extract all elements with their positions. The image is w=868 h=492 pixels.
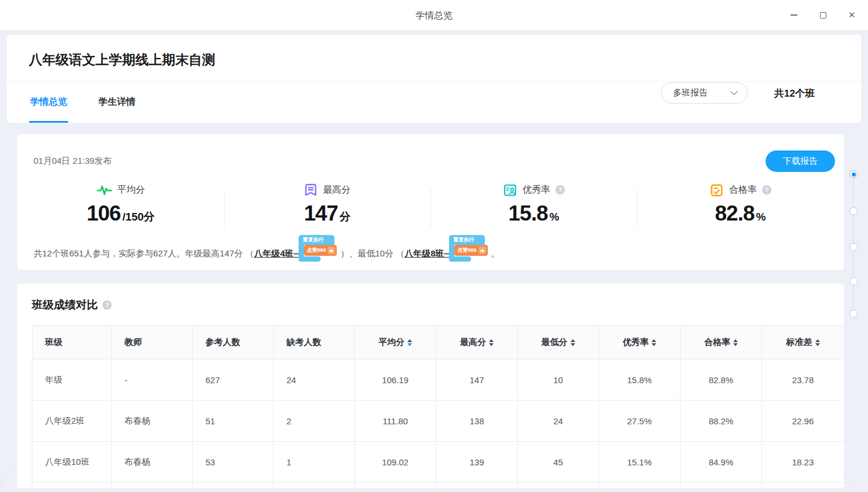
stats-row: 平均分 106 /150分 最高分 147 分 bbox=[17, 182, 844, 226]
cell: 45 bbox=[518, 442, 599, 483]
stat-suffix: 分 bbox=[340, 210, 351, 225]
table-row: 八年级2班布春杨512111.801382427.5%88.2%22.96 bbox=[32, 401, 844, 442]
like-pill: 点赞666 bbox=[304, 245, 337, 256]
col-header-5[interactable]: 平均分 bbox=[355, 326, 436, 359]
cell: 111.80 bbox=[355, 401, 436, 442]
right-stepper bbox=[849, 170, 858, 318]
cell: 109.02 bbox=[355, 442, 436, 483]
sort-carets[interactable] bbox=[815, 339, 820, 346]
col-header-1: 班级 bbox=[32, 326, 112, 359]
report-type-value: 多班报告 bbox=[673, 87, 708, 98]
col-header-10[interactable]: 标准差 bbox=[762, 326, 844, 359]
maximize-button[interactable] bbox=[817, 9, 829, 21]
minimize-button[interactable] bbox=[788, 9, 800, 21]
stepper-dot[interactable] bbox=[849, 243, 858, 251]
col-header-3: 参考人数 bbox=[193, 326, 274, 359]
exam-title: 八年级语文上学期线上期末自测 bbox=[29, 51, 215, 69]
pulse-icon bbox=[97, 184, 112, 196]
download-report-button[interactable]: 下载报告 bbox=[766, 150, 835, 172]
stat-suffix: % bbox=[550, 211, 560, 223]
table-row-clipped bbox=[32, 483, 844, 489]
cell: 布春杨 bbox=[112, 442, 193, 483]
stepper-dot[interactable] bbox=[849, 207, 858, 215]
cell: 18.23 bbox=[762, 442, 844, 483]
stat-suffix: % bbox=[756, 211, 766, 223]
sort-carets[interactable] bbox=[407, 339, 412, 346]
col-header-label: 最低分 bbox=[542, 337, 568, 348]
tab-student-details[interactable]: 学生详情 bbox=[97, 82, 137, 123]
help-icon[interactable]: ? bbox=[556, 185, 565, 194]
help-icon[interactable]: ? bbox=[102, 300, 112, 310]
col-header-8[interactable]: 优秀率 bbox=[599, 326, 681, 359]
cell: 24 bbox=[274, 359, 355, 401]
stat-value: 82.8 bbox=[715, 201, 755, 226]
help-icon[interactable]: ? bbox=[762, 185, 771, 194]
sticker-spine bbox=[299, 244, 304, 257]
cell: 82.8% bbox=[681, 359, 762, 401]
overview-card: 01月04日 21:39发布 下载报告 平均分 106 /150分 bbox=[17, 134, 844, 270]
summary-text: ）、最低10分 （ bbox=[340, 248, 404, 259]
col-header-9[interactable]: 合格率 bbox=[681, 326, 762, 359]
cell: 27.5% bbox=[599, 401, 681, 442]
scratch-sticker: 重复执行点赞666 bbox=[299, 235, 339, 262]
cell: 10 bbox=[518, 359, 599, 401]
table-header-row: 班级教师参考人数缺考人数平均分最高分最低分优秀率合格率标准差 bbox=[32, 326, 844, 359]
badge-icon bbox=[304, 183, 318, 197]
maximize-icon bbox=[820, 12, 826, 19]
cell: 2 bbox=[274, 401, 355, 442]
col-header-label: 参考人数 bbox=[205, 337, 240, 348]
cell: 106.19 bbox=[355, 359, 436, 401]
checkbox-icon bbox=[709, 183, 724, 197]
class-link-grade8-class4[interactable]: 八年级4班— bbox=[254, 248, 302, 259]
report-type-select[interactable]: 多班报告 bbox=[661, 82, 748, 104]
thumbs-up-icon bbox=[328, 247, 335, 254]
cell: 138 bbox=[436, 401, 518, 442]
col-header-label: 合格率 bbox=[704, 337, 730, 348]
stat-value: 147 bbox=[304, 201, 338, 226]
stat-label: 优秀率 bbox=[523, 184, 550, 196]
stat-average-score: 平均分 106 /150分 bbox=[17, 182, 224, 226]
scratch-sticker: 重复执行点赞666 bbox=[449, 235, 490, 262]
close-icon: ✕ bbox=[848, 10, 856, 20]
stepper-dot[interactable] bbox=[849, 277, 858, 285]
summary-text: 。 bbox=[491, 248, 499, 259]
like-pill: 点赞666 bbox=[454, 245, 487, 256]
cell: 布春杨 bbox=[112, 401, 193, 442]
cell: 22.96 bbox=[762, 401, 844, 442]
table-row: 年级-62724106.191471015.8%82.8%23.78 bbox=[32, 359, 844, 401]
stat-suffix: /150分 bbox=[122, 210, 155, 225]
col-header-6[interactable]: 最高分 bbox=[436, 326, 518, 359]
stepper-dot-active[interactable] bbox=[849, 170, 858, 178]
sort-carets[interactable] bbox=[733, 339, 738, 346]
stat-label: 平均分 bbox=[117, 184, 145, 196]
cell: 年级 bbox=[32, 359, 112, 401]
col-header-label: 平均分 bbox=[378, 337, 404, 348]
sort-carets[interactable] bbox=[489, 339, 494, 346]
col-header-label: 班级 bbox=[45, 337, 62, 348]
cell: 84.9% bbox=[681, 442, 762, 483]
close-button[interactable]: ✕ bbox=[846, 9, 858, 21]
sort-carets[interactable] bbox=[652, 339, 656, 346]
sort-carets[interactable] bbox=[571, 339, 575, 346]
col-header-label: 最高分 bbox=[460, 337, 486, 348]
stat-label: 合格率 bbox=[729, 184, 757, 196]
like-pill-label: 点赞666 bbox=[457, 247, 476, 254]
window-title: 学情总览 bbox=[0, 10, 868, 22]
header-card: 八年级语文上学期线上期末自测 多班报告 共12个班 学情总览 学生详情 bbox=[7, 35, 861, 123]
stat-highest-score: 最高分 147 分 bbox=[224, 182, 431, 226]
col-header-7[interactable]: 最低分 bbox=[518, 326, 599, 359]
cell: 1 bbox=[274, 442, 355, 483]
class-count: 共12个班 bbox=[774, 87, 815, 100]
col-header-2: 教师 bbox=[112, 326, 193, 359]
col-header-label: 优秀率 bbox=[623, 337, 649, 348]
class-link-grade8-class8[interactable]: 八年级8班— bbox=[404, 248, 453, 259]
participation-summary: 共12个班651人参与，实际参与627人。年级最高147分 （八年级4班—重复执… bbox=[34, 245, 832, 262]
cell: 23.78 bbox=[762, 359, 844, 401]
comparison-table: 班级教师参考人数缺考人数平均分最高分最低分优秀率合格率标准差 年级-627241… bbox=[32, 325, 844, 488]
cell: 88.2% bbox=[681, 401, 762, 442]
stat-value: 15.8 bbox=[509, 201, 548, 226]
stepper-dot[interactable] bbox=[849, 310, 858, 318]
tab-overview[interactable]: 学情总览 bbox=[29, 82, 68, 123]
cell: 53 bbox=[193, 442, 274, 483]
cell: 24 bbox=[518, 401, 599, 442]
